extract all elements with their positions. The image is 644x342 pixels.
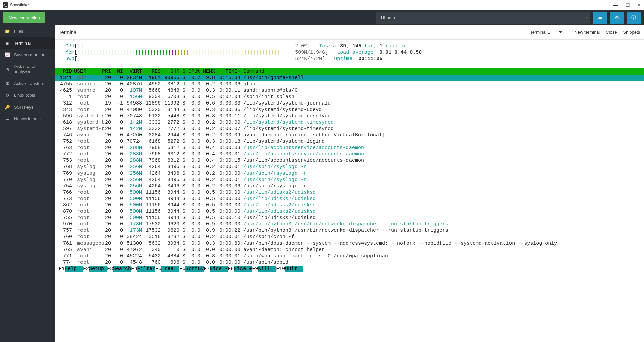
process-row[interactable]: 766 root200500M111568944S0.00.50:00.00/u… (55, 189, 644, 196)
sidebar-item-label: Network tools (14, 116, 41, 121)
process-row[interactable]: 4755 subhro2004087649523812R0.00.20:00.0… (55, 81, 644, 87)
process-row[interactable]: 343 root2004708053203144S0.00.30:00.36/l… (55, 107, 644, 113)
close-terminal-link[interactable]: Close (606, 30, 617, 35)
sidebar-item-label: Files (14, 29, 23, 34)
sidebar-item-ssh-keys[interactable]: 🔑SSH keys (0, 101, 55, 113)
process-row[interactable]: 1 root200156M93046708S0.00.50:02.04/sbin… (55, 94, 644, 100)
new-connection-button[interactable]: New connection (3, 12, 45, 23)
sidebar-item-linux-tools[interactable]: ⚙Linux tools (0, 89, 55, 101)
process-row[interactable]: 752 root2007072461685272S0.00.30:00.13/l… (55, 138, 644, 145)
sidebar-item-active-transfers[interactable]: ⧗Active transfers (0, 77, 55, 89)
process-row[interactable]: 770 syslog200256M42643496S0.00.20:00.01/… (55, 177, 644, 183)
process-table-header[interactable]: PIDUSERPRINIVIRTRESSHRSCPU%MEM%TIME+Comm… (55, 68, 644, 75)
process-row[interactable]: 761 messagebu2005130056323984S0.00.30:00… (55, 240, 644, 247)
process-row[interactable]: 773 root200500M111568944S0.00.50:00.00/u… (55, 196, 644, 202)
sidebar-icon: 🔑 (5, 105, 10, 110)
process-row[interactable]: 312 root19-1949881289611992S0.00.60:00.3… (55, 100, 644, 107)
process-row[interactable]: 746 avahi2004726032842944S0.00.20:00.09a… (55, 132, 644, 138)
minimize-icon[interactable]: — (613, 2, 618, 8)
sidebar-item-label: System monitor (14, 52, 44, 57)
window-controls: — ☐ ✕ (613, 2, 641, 8)
process-row[interactable]: 765 avahi200470723400S0.00.00:00.00avahi… (55, 247, 644, 253)
process-row[interactable]: 769 syslog200256M42643496S0.00.20:00.00/… (55, 170, 644, 177)
sidebar-icon: 📁 (5, 29, 10, 34)
process-row[interactable]: 754 syslog200256M42643496S0.00.20:00.06/… (55, 183, 644, 189)
sidebar-item-label: Linux tools (14, 93, 35, 98)
process-row[interactable]: 753 root200288M79686312S0.00.40:00.15/us… (55, 157, 644, 164)
sidebar-icon: ≣ (5, 116, 10, 121)
process-row[interactable]: 1341 gdm2002834M196M90956S0.79.80:15.04/… (55, 75, 644, 81)
process-row[interactable]: 618 systemd-t200142M33322772S0.00.20:00.… (55, 119, 644, 126)
process-row[interactable]: 772 root200288M79686312S0.00.40:00.01/us… (55, 151, 644, 157)
disconnect-button[interactable]: ⏏ (593, 12, 607, 24)
sliders-icon: ⚙ (615, 15, 619, 20)
sidebar-item-label: Terminal (14, 41, 31, 46)
terminal-select[interactable]: Terminal 1 (526, 28, 564, 37)
process-row[interactable]: 771 root2004522454324884S0.00.30:00.01/s… (55, 253, 644, 259)
sidebar-icon: ⧗ (5, 81, 10, 86)
sidebar-item-label: SSH keys (14, 105, 33, 110)
content-area: Terminal Terminal 1 New terminal Close S… (55, 25, 644, 342)
window-title: Snowflake (10, 3, 29, 7)
process-row[interactable]: 768 syslog200256M42643496S0.00.20:00.01/… (55, 164, 644, 170)
sidebar-icon: ▣ (5, 41, 10, 46)
sidebar-icon: ◔ (5, 67, 10, 72)
toolbar: New connection Ubuntu ⏏ ⚙ ⓘ (0, 10, 644, 25)
close-icon[interactable]: ✕ (637, 2, 641, 8)
sidebar-icon: 📈 (5, 52, 10, 57)
sidebar-item-terminal[interactable]: ▣Terminal (0, 37, 55, 49)
maximize-icon[interactable]: ☐ (626, 2, 630, 8)
sidebar-item-disk-space-analyzer[interactable]: ◔Disk space analyzer (0, 61, 55, 77)
process-row[interactable]: 760 root2003842435163232S0.00.20:00.01/u… (55, 234, 644, 240)
process-row[interactable]: 870 root200500M111568944S0.00.50:00.00/u… (55, 208, 644, 215)
app-icon: >_ (3, 2, 8, 8)
htop-function-keys[interactable]: F1Help F2Setup F3SearchF4FilterF5Tree F6… (55, 266, 644, 272)
sidebar-item-label: Disk space analyzer (14, 64, 50, 74)
connection-select-wrap: Ubuntu (376, 12, 590, 24)
process-row[interactable]: 757 root200173M175329620S0.00.90:00.22/u… (55, 227, 644, 234)
tab-header: Terminal Terminal 1 New terminal Close S… (55, 25, 644, 40)
process-row[interactable]: 763 root200288M79686312S0.00.40:00.03/us… (55, 145, 644, 151)
tab-title: Terminal (59, 29, 78, 35)
process-row[interactable]: 755 root200500M111568944S0.00.50:00.10/u… (55, 215, 644, 221)
sidebar-item-system-monitor[interactable]: 📈System monitor (0, 49, 55, 61)
process-row[interactable]: 774 root2004548760696S0.00.00:00.00/usr/… (55, 259, 644, 266)
titlebar: >_ Snowflake — ☐ ✕ (0, 0, 644, 10)
sidebar-item-label: Active transfers (14, 81, 44, 86)
process-row[interactable]: 597 systemd-t200142M33322772S0.00.20:00.… (55, 126, 644, 132)
info-button[interactable]: ⓘ (627, 12, 641, 24)
info-icon: ⓘ (631, 15, 636, 21)
process-row[interactable]: 970 root200173M175329620S0.00.90:00.00/u… (55, 221, 644, 227)
process-row[interactable]: 596 systemd-r2007074861325448S0.00.30:00… (55, 113, 644, 119)
sidebar-item-files[interactable]: 📁Files (0, 25, 55, 37)
settings-button[interactable]: ⚙ (610, 12, 624, 24)
process-row[interactable]: 862 root200500M111568944S0.00.50:00.00/u… (55, 202, 644, 208)
process-row[interactable]: 4625 subhro200107M56684648S0.00.30:00.11… (55, 87, 644, 94)
eject-icon: ⏏ (598, 15, 602, 20)
snippets-link[interactable]: Snippets (623, 30, 640, 35)
sidebar-item-network-tools[interactable]: ≣Network tools (0, 113, 55, 125)
connection-select[interactable]: Ubuntu (376, 12, 590, 24)
terminal-output[interactable]: CPU[|| 2.0%] Tasks: 89, 145 thr; 1 runni… (55, 40, 644, 342)
sidebar-icon: ⚙ (5, 93, 10, 98)
sidebar: 📁Files▣Terminal📈System monitor◔Disk spac… (0, 25, 55, 342)
new-terminal-link[interactable]: New terminal (574, 30, 600, 35)
